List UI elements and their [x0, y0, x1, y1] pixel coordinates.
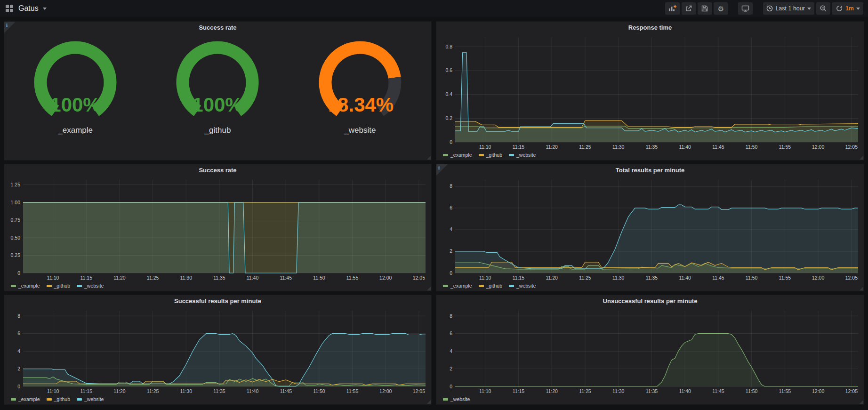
- panel-title[interactable]: Response time: [436, 22, 864, 33]
- settings-button[interactable]: ⚙: [714, 2, 728, 15]
- legend-swatch: [443, 154, 448, 156]
- legend-item-_website[interactable]: _website: [77, 283, 104, 289]
- chart-canvas[interactable]: 0246811:1011:1511:2011:2511:3011:3511:40…: [436, 176, 864, 281]
- svg-text:11:30: 11:30: [180, 275, 192, 281]
- svg-text:11:25: 11:25: [579, 144, 591, 150]
- zoom-out-button[interactable]: [816, 2, 830, 15]
- svg-text:11:30: 11:30: [612, 144, 625, 150]
- info-corner-icon[interactable]: i: [4, 22, 16, 33]
- svg-text:12:00: 12:00: [812, 144, 824, 150]
- tv-mode-button[interactable]: [738, 2, 753, 15]
- svg-text:0: 0: [450, 384, 452, 389]
- legend-item-_example[interactable]: _example: [11, 283, 40, 289]
- share-button[interactable]: [682, 2, 696, 15]
- panel-resize-handle[interactable]: [427, 400, 431, 404]
- chart-canvas[interactable]: 00.250.500.751.001.2511:1011:1511:2011:2…: [4, 176, 431, 281]
- svg-text:8: 8: [17, 313, 20, 319]
- chart-canvas[interactable]: 00.20.40.60.811:1011:1511:2011:2511:3011…: [436, 33, 864, 151]
- legend-item-_example[interactable]: _example: [443, 152, 472, 158]
- clock-icon: [766, 5, 773, 12]
- info-corner-icon[interactable]: i: [436, 164, 448, 176]
- panel-resize-handle[interactable]: [427, 287, 431, 290]
- svg-text:11:55: 11:55: [779, 144, 791, 150]
- legend-label: _github: [54, 396, 70, 402]
- legend-item-_example[interactable]: _example: [443, 283, 472, 289]
- legend-item-_github[interactable]: _github: [479, 152, 502, 158]
- share-icon: [685, 5, 692, 12]
- series-line-_website: [455, 334, 858, 386]
- refresh-picker[interactable]: 1m: [832, 2, 863, 15]
- legend-item-_website[interactable]: _website: [443, 396, 470, 402]
- legend-swatch: [479, 285, 484, 287]
- svg-text:11:40: 11:40: [247, 388, 259, 394]
- legend-item-_github[interactable]: _github: [479, 283, 502, 289]
- svg-text:0.2: 0.2: [445, 115, 452, 121]
- svg-text:12:05: 12:05: [845, 144, 858, 150]
- legend-label: _website: [450, 396, 470, 402]
- svg-text:12:05: 12:05: [413, 275, 425, 281]
- svg-text:11:20: 11:20: [113, 275, 126, 281]
- svg-text:0: 0: [450, 270, 452, 276]
- gauge-row: 100%_example100%_github78.34%_website: [4, 33, 431, 160]
- dashboard-grid: i Success rate 100%_example100%_github78…: [0, 17, 868, 409]
- panel-title[interactable]: Success rate: [4, 164, 431, 176]
- svg-text:4: 4: [450, 226, 452, 232]
- monitor-icon: [741, 5, 749, 12]
- time-range-picker[interactable]: Last 1 hour: [763, 2, 814, 15]
- svg-text:11:10: 11:10: [47, 388, 59, 394]
- svg-text:11:50: 11:50: [313, 388, 325, 394]
- panel-total-results: i Total results per minute 0246811:1011:…: [436, 164, 864, 291]
- panel-unsuccessful-results: Unsuccessful results per minute 0246811:…: [436, 295, 864, 405]
- grid-logo-icon: [5, 4, 14, 13]
- legend-item-_github[interactable]: _github: [47, 396, 70, 402]
- series-area-_website: [23, 334, 426, 386]
- svg-text:11:15: 11:15: [80, 388, 93, 394]
- svg-text:11:35: 11:35: [646, 275, 658, 281]
- svg-text:12:05: 12:05: [845, 275, 858, 281]
- svg-text:11:20: 11:20: [546, 144, 558, 150]
- svg-text:11:40: 11:40: [679, 144, 691, 150]
- legend-swatch: [443, 398, 448, 401]
- legend-label: _example: [450, 152, 472, 158]
- dashboard-picker[interactable]: Gatus: [5, 4, 47, 13]
- add-panel-button[interactable]: [665, 2, 680, 15]
- svg-text:2: 2: [450, 248, 452, 254]
- legend-swatch: [509, 285, 514, 287]
- svg-text:11:55: 11:55: [346, 275, 359, 281]
- chart-canvas[interactable]: 0246811:1011:1511:2011:2511:3011:3511:40…: [4, 307, 431, 395]
- legend-item-_example[interactable]: _example: [11, 396, 40, 402]
- panel-resize-handle[interactable]: [860, 287, 863, 290]
- svg-text:1.25: 1.25: [11, 182, 21, 187]
- svg-text:11:15: 11:15: [513, 275, 525, 281]
- save-button[interactable]: [698, 2, 712, 15]
- panel-title[interactable]: Successful results per minute: [4, 295, 431, 307]
- panel-resize-handle[interactable]: [860, 400, 863, 404]
- svg-text:4: 4: [17, 348, 20, 354]
- gauge-label: _website: [289, 126, 431, 135]
- legend-item-_github[interactable]: _github: [47, 283, 70, 289]
- gear-icon: ⚙: [718, 5, 724, 12]
- legend-item-_website[interactable]: _website: [509, 283, 536, 289]
- refresh-interval-label: 1m: [845, 5, 854, 12]
- legend-label: _github: [54, 283, 70, 289]
- panel-resize-handle[interactable]: [427, 156, 431, 160]
- legend-item-_website[interactable]: _website: [77, 396, 104, 402]
- svg-text:8: 8: [450, 313, 452, 319]
- panel-success-rate-gauges: i Success rate 100%_example100%_github78…: [4, 21, 432, 161]
- legend-label: _example: [18, 396, 40, 402]
- svg-text:11:55: 11:55: [779, 275, 791, 281]
- panel-resize-handle[interactable]: [860, 156, 863, 160]
- legend-item-_website[interactable]: _website: [509, 152, 536, 158]
- svg-text:0.6: 0.6: [445, 67, 452, 73]
- bar-chart-plus-icon: [668, 5, 676, 12]
- panel-title[interactable]: Unsuccessful results per minute: [436, 295, 864, 307]
- legend-swatch: [509, 154, 514, 156]
- svg-text:0.8: 0.8: [445, 44, 452, 49]
- chart-canvas[interactable]: 0246811:1011:1511:2011:2511:3011:3511:40…: [436, 307, 864, 395]
- panel-title[interactable]: Success rate: [4, 22, 431, 33]
- svg-text:11:45: 11:45: [712, 388, 724, 394]
- gauge-value: 78.34%: [327, 94, 394, 116]
- svg-text:11:55: 11:55: [779, 388, 791, 394]
- panel-title[interactable]: Total results per minute: [436, 164, 864, 176]
- chart-legend: _example_github_website: [436, 151, 864, 160]
